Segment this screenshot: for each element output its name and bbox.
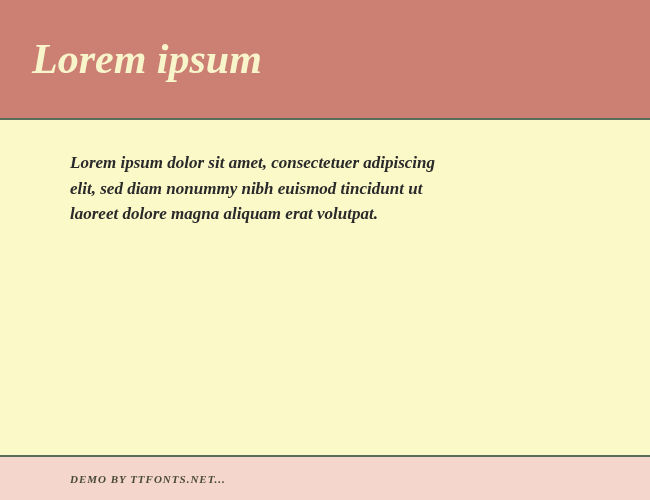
content-area: Lorem ipsum dolor sit amet, consectetuer…	[0, 120, 650, 455]
page-title: Lorem ipsum	[32, 35, 262, 83]
footer-bar: DEMO BY TTFONTS.NET...	[0, 457, 650, 500]
header-banner: Lorem ipsum	[0, 0, 650, 118]
body-text: Lorem ipsum dolor sit amet, consectetuer…	[70, 150, 440, 227]
footer-text: DEMO BY TTFONTS.NET...	[70, 473, 226, 485]
